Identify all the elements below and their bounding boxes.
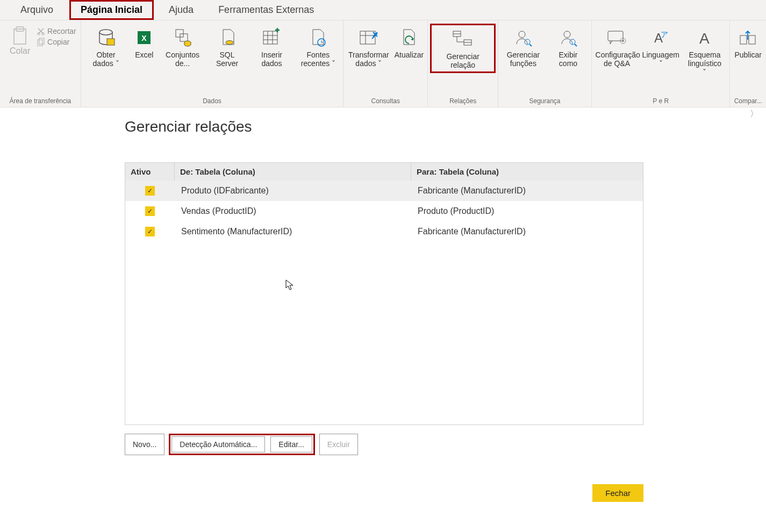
copy-label: Copiar bbox=[47, 38, 69, 46]
group-dados: Obter dados ˅ X Excel Conjuntos de... SQ… bbox=[81, 20, 343, 107]
to-cell: Produto (ProductID) bbox=[411, 202, 643, 220]
language-icon: Aア bbox=[651, 30, 670, 46]
active-checkbox[interactable]: ✓ bbox=[145, 227, 155, 236]
excel-label: Excel bbox=[135, 51, 153, 59]
transformar-label: Transformar dados ˅ bbox=[348, 51, 389, 68]
obter-dados-label: Obter dados ˅ bbox=[85, 51, 126, 68]
conjuntos-button[interactable]: Conjuntos de... bbox=[160, 24, 205, 68]
datasets-icon bbox=[174, 28, 192, 47]
excluir-button[interactable]: Excluir bbox=[319, 434, 358, 455]
esquema-ling-button[interactable]: A Esquema linguístico˅ bbox=[682, 24, 728, 76]
svg-rect-14 bbox=[263, 31, 277, 44]
manage-relationships-dialog: Gerenciar relações Ativo De: Tabela (Col… bbox=[125, 118, 659, 502]
paste-label: Colar bbox=[10, 46, 30, 56]
refresh-icon bbox=[400, 28, 418, 47]
tab-ferramentas-externas[interactable]: Ferramentas Externas bbox=[209, 0, 324, 20]
svg-point-27 bbox=[519, 31, 525, 38]
header-de[interactable]: De: Tabela (Coluna) bbox=[175, 163, 411, 181]
to-cell: Fabricante (ManufacturerID) bbox=[411, 182, 643, 200]
active-checkbox[interactable]: ✓ bbox=[145, 186, 155, 196]
table-row[interactable]: ✓Vendas (ProductID)Produto (ProductID) bbox=[125, 201, 643, 221]
publicar-button[interactable]: Publicar bbox=[732, 24, 764, 59]
recent-icon bbox=[310, 28, 327, 47]
excel-button[interactable]: X Excel bbox=[130, 24, 159, 59]
gerenciar-relacao-label: Gerenciar relação bbox=[442, 52, 483, 69]
svg-text:A: A bbox=[699, 30, 710, 47]
to-cell: Fabricante (ManufacturerID) bbox=[411, 222, 643, 241]
group-dados-label: Dados bbox=[83, 96, 341, 107]
qa-setup-icon bbox=[607, 29, 627, 46]
cut-label: Recortar bbox=[47, 27, 76, 35]
sql-label: SQL Server bbox=[209, 51, 246, 68]
svg-text:X: X bbox=[142, 34, 147, 42]
svg-rect-7 bbox=[107, 39, 114, 45]
fechar-button[interactable]: Fechar bbox=[592, 484, 643, 502]
group-compartilhar: Publicar Compar... bbox=[730, 20, 766, 107]
sql-icon bbox=[219, 28, 236, 47]
group-consultas-label: Consultas bbox=[346, 96, 425, 107]
paste-button[interactable]: Colar bbox=[4, 24, 35, 56]
svg-point-30 bbox=[564, 31, 570, 38]
copy-button[interactable]: Copiar bbox=[37, 38, 76, 46]
autodeteccao-button[interactable]: Detecção Automática... bbox=[171, 436, 265, 452]
editar-button[interactable]: Editar... bbox=[270, 436, 312, 452]
tab-pagina-inicial[interactable]: Página Inicial bbox=[69, 0, 154, 20]
atualizar-button[interactable]: Atualizar bbox=[393, 24, 426, 59]
header-para[interactable]: Para: Tabela (Coluna) bbox=[411, 163, 643, 181]
collapse-ribbon-chevron-icon[interactable]: 〉 bbox=[750, 109, 758, 120]
esquema-label: Esquema linguístico˅ bbox=[684, 51, 726, 76]
config-qa-button[interactable]: Configuração de Q&A bbox=[594, 24, 640, 68]
exibir-como-button[interactable]: Exibir como bbox=[547, 24, 589, 68]
obter-dados-button[interactable]: Obter dados ˅ bbox=[83, 24, 128, 68]
table-row[interactable]: ✓Produto (IDFabricante)Fabricante (Manuf… bbox=[125, 181, 643, 201]
svg-rect-5 bbox=[39, 38, 44, 44]
config-qa-label: Configuração de Q&A bbox=[596, 51, 639, 68]
fontes-recentes-button[interactable]: Fontes recentes ˅ bbox=[296, 24, 341, 68]
sql-server-button[interactable]: SQL Server bbox=[206, 24, 248, 68]
linguagem-button[interactable]: Aア Linguagem˅ bbox=[641, 24, 681, 68]
active-cell: ✓ bbox=[125, 206, 175, 216]
gerenciar-relacao-button[interactable]: Gerenciar relação bbox=[430, 24, 496, 73]
from-cell: Produto (IDFabricante) bbox=[175, 182, 411, 200]
gerenciar-funcoes-button[interactable]: Gerenciar funções bbox=[500, 24, 546, 68]
gerenciar-funcoes-label: Gerenciar funções bbox=[503, 51, 544, 68]
conjuntos-label: Conjuntos de... bbox=[162, 51, 203, 68]
ribbon: Colar Recortar Copiar Área de transferên… bbox=[0, 20, 766, 107]
group-relacoes: Gerenciar relação Relações bbox=[428, 20, 498, 107]
svg-rect-11 bbox=[180, 34, 188, 41]
active-cell: ✓ bbox=[125, 186, 175, 196]
from-cell: Sentimento (ManufacturerID) bbox=[175, 222, 411, 241]
exibir-como-label: Exibir como bbox=[549, 51, 587, 68]
inserir-label: Inserir dados bbox=[251, 51, 292, 68]
active-checkbox[interactable]: ✓ bbox=[145, 206, 155, 216]
group-seguranca-label: Segurança bbox=[500, 96, 589, 107]
group-relacoes-label: Relações bbox=[430, 96, 496, 107]
svg-text:ア: ア bbox=[661, 30, 668, 39]
group-per-label: P e R bbox=[594, 96, 727, 107]
group-clipboard: Colar Recortar Copiar Área de transferên… bbox=[0, 20, 81, 107]
table-header: Ativo De: Tabela (Coluna) Para: Tabela (… bbox=[125, 163, 643, 181]
group-seguranca: Gerenciar funções Exibir como Segurança bbox=[498, 20, 592, 107]
manage-relationships-icon bbox=[452, 30, 474, 48]
cut-button[interactable]: Recortar bbox=[37, 27, 76, 35]
transform-icon bbox=[359, 29, 378, 46]
group-clipboard-label: Área de transferência bbox=[2, 96, 78, 107]
inserir-dados-button[interactable]: Inserir dados bbox=[249, 24, 294, 68]
dialog-title: Gerenciar relações bbox=[125, 118, 659, 135]
active-cell: ✓ bbox=[125, 227, 175, 236]
group-consultas: Transformar dados ˅ Atualizar Consultas bbox=[343, 20, 428, 107]
table-row[interactable]: ✓Sentimento (ManufacturerID)Fabricante (… bbox=[125, 221, 643, 242]
tab-ajuda[interactable]: Ajuda bbox=[154, 0, 209, 20]
publicar-label: Publicar bbox=[734, 51, 762, 59]
transformar-dados-button[interactable]: Transformar dados ˅ bbox=[346, 24, 391, 68]
svg-point-13 bbox=[226, 41, 233, 45]
from-cell: Vendas (ProductID) bbox=[175, 202, 411, 220]
tab-arquivo[interactable]: Arquivo bbox=[16, 0, 69, 20]
header-ativo[interactable]: Ativo bbox=[125, 163, 175, 181]
svg-line-29 bbox=[529, 44, 532, 46]
novo-button[interactable]: Novo... bbox=[125, 434, 164, 455]
table-body: ✓Produto (IDFabricante)Fabricante (Manuf… bbox=[125, 181, 643, 425]
svg-rect-4 bbox=[38, 40, 42, 46]
excel-icon: X bbox=[135, 29, 153, 46]
group-comp-label: Compar... bbox=[732, 96, 764, 107]
